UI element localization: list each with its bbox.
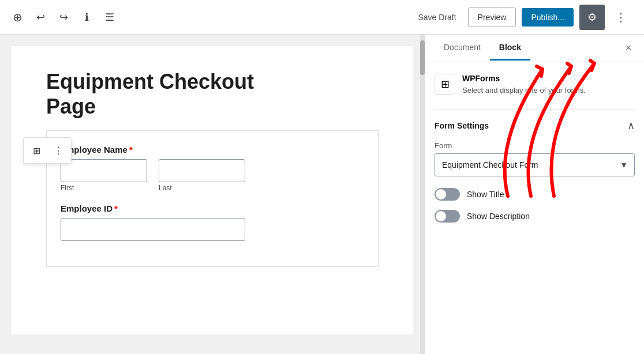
employee-name-label: Employee Name* [61,145,364,155]
save-draft-button[interactable]: Save Draft [412,9,462,25]
show-title-toggle[interactable] [435,188,460,201]
block-more-button[interactable]: ⋮ [48,140,69,161]
required-indicator: * [129,145,133,155]
tab-document[interactable]: Document [435,36,490,61]
form-settings-title: Form Settings [435,121,489,130]
list-icon: ☰ [105,11,114,24]
form-block: Employee Name* First Last [46,130,379,267]
first-name-group: First [61,159,147,192]
settings-button[interactable]: ⚙ [579,5,605,30]
divider [435,110,635,110]
form-select-wrapper: Equipment Checkout Form ▼ [435,153,635,176]
wpforms-icon: ⊞ [435,74,455,95]
editor-canvas: Equipment Checkout Page ⊞ ⋮ Employee Nam… [12,46,413,334]
form-settings-toggle[interactable]: ∧ [627,119,635,132]
show-description-label: Show Description [467,212,530,221]
main-layout: Equipment Checkout Page ⊞ ⋮ Employee Nam… [0,35,644,354]
block-more-icon: ⋮ [54,145,63,156]
name-inputs-row: First Last [61,159,364,192]
toolbar-center: Save Draft Preview Publish... ⚙ ⋮ [120,5,637,30]
publish-button[interactable]: Publish... [522,8,574,27]
list-view-button[interactable]: ☰ [99,7,120,28]
add-block-button[interactable]: ⊕ [7,7,28,28]
employee-id-field: Employee ID* [61,204,364,241]
form-dropdown-label: Form [435,141,635,150]
show-title-knob [436,189,446,199]
last-name-input[interactable] [159,159,245,182]
info-icon: ℹ [85,11,89,24]
chevron-up-icon: ∧ [627,120,635,131]
show-title-row: Show Title [435,188,635,201]
undo-button[interactable]: ↩ [30,7,51,28]
info-button[interactable]: ℹ [76,7,97,28]
toolbar: ⊕ ↩ ↪ ℹ ☰ Save Draft Preview Publish... … [0,0,644,35]
block-toolbar: ⊞ ⋮ [23,137,72,164]
block-info: ⊞ WPForms Select and display one of your… [435,74,635,96]
block-info-text: WPForms Select and display one of your f… [462,74,586,96]
page-title: Equipment Checkout Page [46,69,379,119]
last-name-group: Last [159,159,245,192]
scrollbar-thumb[interactable] [420,40,425,75]
sidebar-panel: Document Block × ⊞ WPForms Select and di… [425,35,644,354]
block-name: WPForms [462,74,586,83]
employee-id-label: Employee ID* [61,204,364,213]
form-settings-header: Form Settings ∧ [435,119,635,132]
block-description: Select and display one of your forms. [462,85,586,96]
toolbar-left: ⊕ ↩ ↪ ℹ ☰ [7,7,120,28]
undo-icon: ↩ [36,11,45,24]
more-options-button[interactable]: ⋮ [611,7,631,28]
first-label: First [61,184,147,192]
sidebar-tabs: Document Block × [425,35,644,62]
form-select[interactable]: Equipment Checkout Form [435,153,635,176]
editor-scrollbar[interactable] [420,35,425,354]
editor-area: Equipment Checkout Page ⊞ ⋮ Employee Nam… [0,35,425,354]
employee-name-field: Employee Name* First Last [61,145,364,192]
block-type-button[interactable]: ⊞ [26,140,47,161]
show-title-label: Show Title [467,190,504,199]
tab-block[interactable]: Block [490,36,530,61]
first-name-input[interactable] [61,159,147,182]
sidebar-content: ⊞ WPForms Select and display one of your… [425,62,644,354]
last-label: Last [159,184,245,192]
gear-icon: ⚙ [587,11,597,24]
show-description-knob [436,211,446,221]
preview-button[interactable]: Preview [468,7,516,27]
redo-button[interactable]: ↪ [53,7,74,28]
sidebar-close-button[interactable]: × [620,40,637,57]
more-icon: ⋮ [615,10,627,24]
show-description-row: Show Description [435,210,635,223]
required-indicator-2: * [114,204,118,213]
add-icon: ⊕ [13,10,23,24]
show-description-toggle[interactable] [435,210,460,223]
employee-id-input[interactable] [61,218,245,241]
wpforms-block-icon: ⊞ [33,145,40,156]
redo-icon: ↪ [59,11,68,24]
